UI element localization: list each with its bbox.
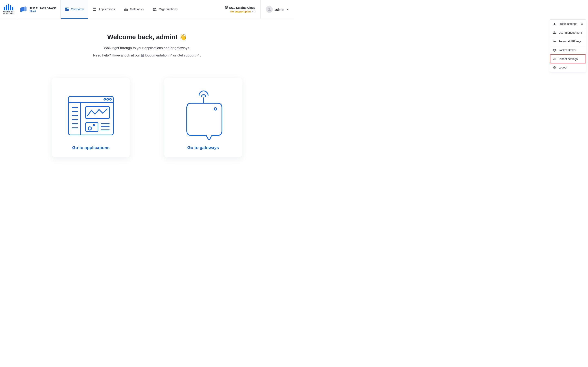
tab-organizations-label: Organizations [159,7,178,11]
svg-rect-4 [93,8,96,10]
people-icon [153,7,156,11]
brand-line1: THE THINGS STACK [30,7,56,10]
cluster-name: Staging Cloud [236,6,255,9]
svg-rect-7 [124,9,128,11]
cluster-selector[interactable]: EU1 Staging Cloud No support plan ? [225,0,260,19]
wave-icon: 👋 [179,33,187,41]
svg-rect-1 [67,8,69,8]
svg-point-27 [110,99,111,100]
svg-rect-35 [86,106,109,119]
window-icon [93,7,96,11]
external-link-icon [169,54,172,57]
user-name: admin [275,8,284,11]
card-gws-label: Go to gateways [187,145,219,150]
stack-icon [20,6,27,12]
cluster-id: EU1 [229,6,235,9]
svg-point-8 [153,8,155,9]
welcome-subtext: Walk right through to your applications … [104,46,190,50]
avatar [266,6,273,13]
book-icon [141,54,144,57]
brand-line2: Cloud [30,10,56,12]
tab-gateways[interactable]: Gateways [120,0,148,19]
gateway-icon [124,7,128,11]
help-line: Need help? Have a look at our Documentat… [93,53,201,58]
main-content: Welcome back, admin! 👋 Walk right throug… [0,19,294,157]
card-go-to-applications[interactable]: Go to applications [52,78,130,157]
caret-up-icon [287,9,289,10]
svg-point-9 [155,8,156,9]
svg-point-26 [107,99,108,100]
card-apps-label: Go to applications [72,145,109,150]
card-go-to-gateways[interactable]: Go to gateways [164,78,242,157]
nav-tabs: Overview Applications Gateways Organizat… [61,0,182,19]
tab-applications-label: Applications [98,7,115,11]
product-brand[interactable]: THE THINGS STACK Cloud [17,0,61,19]
svg-rect-3 [65,9,67,11]
action-cards: Go to applications Go to gateways [52,78,242,157]
documentation-link[interactable]: Documentation [145,53,172,58]
external-link-icon [196,54,199,57]
top-navbar: THE THINGS INDUSTRIES THE THINGS STACK C… [0,0,294,19]
svg-point-43 [214,108,217,110]
dashboard-icon [65,7,69,11]
get-support-link[interactable]: Get support [177,53,199,58]
tab-organizations[interactable]: Organizations [148,0,182,19]
company-logo-text: THE THINGS INDUSTRIES [3,11,13,15]
user-menu-trigger[interactable]: admin [260,6,294,13]
svg-point-25 [104,99,105,100]
applications-illustration [66,84,115,145]
globe-icon [225,6,228,9]
tab-applications[interactable]: Applications [88,0,120,19]
tab-overview-label: Overview [71,7,84,11]
help-icon[interactable]: ? [252,10,255,13]
svg-rect-36 [86,122,98,132]
svg-point-37 [88,127,91,130]
tab-overview[interactable]: Overview [61,0,88,19]
svg-point-11 [268,8,270,9]
svg-rect-0 [65,8,67,9]
company-logo[interactable]: THE THINGS INDUSTRIES [0,0,17,19]
tab-gateways-label: Gateways [130,7,144,11]
svg-point-38 [93,125,95,126]
svg-rect-2 [67,9,69,11]
logo-bars-icon [4,4,13,10]
welcome-heading: Welcome back, admin! 👋 [107,33,187,41]
support-plan-label: No support plan [230,10,251,13]
gateways-illustration [179,84,228,145]
svg-point-6 [126,8,126,9]
